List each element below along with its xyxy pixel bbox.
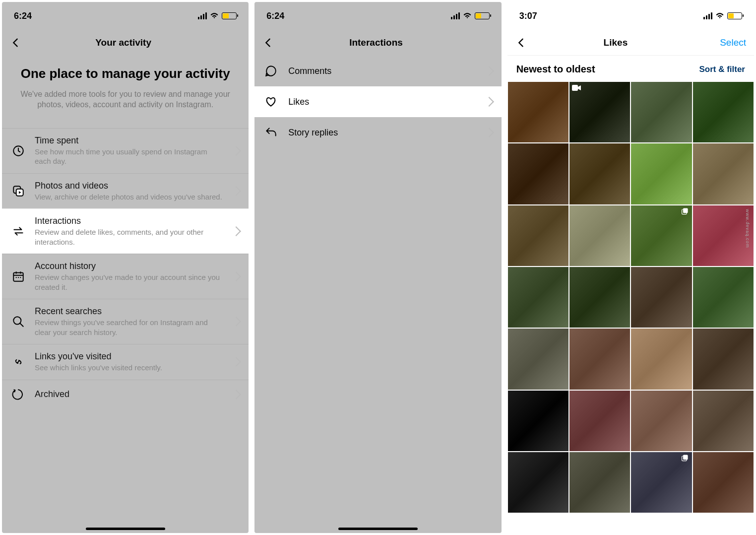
interaction-row-reply[interactable]: Story replies xyxy=(254,117,501,148)
liked-post-thumbnail[interactable] xyxy=(508,267,568,328)
interaction-row-heart[interactable]: Likes xyxy=(254,86,501,117)
row-text: Recent searches Review things you've sea… xyxy=(35,306,224,337)
liked-post-thumbnail[interactable] xyxy=(693,143,754,204)
swap-icon xyxy=(11,224,26,239)
sort-filter-button[interactable]: Sort & filter xyxy=(699,65,745,74)
interaction-row-comment[interactable]: Comments xyxy=(254,56,501,86)
liked-post-thumbnail[interactable] xyxy=(508,205,568,266)
liked-post-thumbnail[interactable] xyxy=(631,267,692,328)
liked-post-thumbnail[interactable] xyxy=(569,452,630,513)
activity-row-search[interactable]: Recent searches Review things you've sea… xyxy=(2,299,249,344)
liked-post-thumbnail[interactable] xyxy=(631,143,692,204)
activity-row-media[interactable]: Photos and videos View, archive or delet… xyxy=(2,173,249,209)
chevron-right-icon xyxy=(231,390,241,400)
liked-post-thumbnail[interactable] xyxy=(631,205,692,266)
activity-row-clock[interactable]: Time spent See how much time you usually… xyxy=(2,128,249,173)
liked-post-thumbnail[interactable] xyxy=(508,452,568,513)
comment-icon xyxy=(263,64,278,78)
status-indicators xyxy=(198,12,237,19)
home-indicator xyxy=(338,528,418,530)
status-time: 3:07 xyxy=(519,11,537,21)
row-title: Interactions xyxy=(35,216,224,226)
nav-title: Interactions xyxy=(258,37,493,48)
svg-rect-11 xyxy=(683,455,688,460)
chevron-right-icon xyxy=(231,317,241,327)
liked-post-thumbnail[interactable] xyxy=(508,391,568,451)
liked-post-thumbnail[interactable] xyxy=(508,82,568,142)
panel-interactions: 6:24 Interactions Comments Likes Story r… xyxy=(254,2,501,533)
liked-post-thumbnail[interactable] xyxy=(693,267,754,328)
liked-post-thumbnail[interactable] xyxy=(631,452,692,513)
liked-post-thumbnail[interactable] xyxy=(693,452,754,513)
status-indicators xyxy=(451,12,490,19)
row-title: Photos and videos xyxy=(35,181,224,191)
liked-post-thumbnail[interactable] xyxy=(569,82,630,142)
heart-icon xyxy=(263,94,278,109)
chevron-right-icon xyxy=(231,271,241,281)
panel-likes: 3:07 Likes Select Newest to oldest Sort … xyxy=(507,2,754,533)
nav-title: Likes xyxy=(511,37,720,48)
activity-list: Time spent See how much time you usually… xyxy=(2,128,249,409)
row-title: Links you've visited xyxy=(35,351,224,362)
activity-row-link[interactable]: Links you've visited See which links you… xyxy=(2,344,249,380)
chevron-right-icon xyxy=(231,226,241,236)
row-text: Links you've visited See which links you… xyxy=(35,351,224,373)
row-text: Archived xyxy=(35,389,224,400)
liked-post-thumbnail[interactable] xyxy=(631,391,692,451)
row-subtitle: Review changes you've made to your accou… xyxy=(35,272,224,292)
signal-icon xyxy=(703,12,712,19)
liked-post-thumbnail[interactable] xyxy=(569,391,630,451)
sort-bar: Newest to oldest Sort & filter xyxy=(507,56,754,82)
liked-post-thumbnail[interactable] xyxy=(508,329,568,389)
liked-post-thumbnail[interactable] xyxy=(508,143,568,204)
liked-post-thumbnail[interactable] xyxy=(693,82,754,142)
chevron-right-icon xyxy=(484,128,494,137)
activity-row-calendar[interactable]: Account history Review changes you've ma… xyxy=(2,254,249,299)
row-title: Recent searches xyxy=(35,306,224,317)
nav-bar: Your activity xyxy=(2,30,249,56)
nav-bar: Interactions xyxy=(254,30,501,56)
hero-title: One place to manage your activity xyxy=(13,66,238,82)
watermark: www.devaq.com xyxy=(745,209,750,248)
status-indicators xyxy=(703,12,742,19)
home-indicator xyxy=(86,528,165,530)
row-text: Time spent See how much time you usually… xyxy=(35,135,224,166)
row-title: Archived xyxy=(35,389,224,400)
row-subtitle: Review and delete likes, comments, and y… xyxy=(35,227,224,247)
hero: One place to manage your activity We've … xyxy=(2,56,249,128)
row-subtitle: Review things you've searched for on Ins… xyxy=(35,318,224,337)
liked-post-thumbnail[interactable] xyxy=(631,329,692,389)
liked-post-thumbnail[interactable] xyxy=(569,329,630,389)
select-button[interactable]: Select xyxy=(720,37,746,48)
row-text: Account history Review changes you've ma… xyxy=(35,261,224,292)
activity-row-swap[interactable]: Interactions Review and delete likes, co… xyxy=(2,208,249,254)
carousel-badge-icon xyxy=(680,207,690,215)
liked-post-thumbnail[interactable] xyxy=(631,82,692,142)
liked-post-thumbnail[interactable] xyxy=(693,329,754,389)
liked-post-thumbnail[interactable] xyxy=(569,205,630,266)
chevron-right-icon xyxy=(231,357,241,367)
wifi-icon xyxy=(463,12,472,19)
likes-grid xyxy=(507,82,754,513)
liked-post-thumbnail[interactable] xyxy=(569,267,630,328)
interactions-list: Comments Likes Story replies xyxy=(254,56,501,148)
signal-icon xyxy=(198,12,207,19)
calendar-icon xyxy=(11,269,26,284)
row-label: Comments xyxy=(288,66,475,76)
signal-icon xyxy=(451,12,460,19)
row-label: Story replies xyxy=(288,128,475,138)
row-label: Likes xyxy=(288,97,475,107)
svg-point-4 xyxy=(16,277,17,278)
activity-row-archive[interactable]: Archived xyxy=(2,380,249,409)
svg-point-6 xyxy=(20,277,21,278)
row-subtitle: View, archive or delete photos and video… xyxy=(35,192,224,202)
carousel-badge-icon xyxy=(680,454,690,462)
chevron-right-icon xyxy=(231,146,241,156)
chevron-right-icon xyxy=(231,186,241,196)
row-text: Interactions Review and delete likes, co… xyxy=(35,216,224,247)
liked-post-thumbnail[interactable] xyxy=(569,143,630,204)
liked-post-thumbnail[interactable] xyxy=(693,391,754,451)
panel-your-activity: 6:24 Your activity One place to manage y… xyxy=(2,2,249,533)
hero-subtitle: We've added more tools for you to review… xyxy=(13,89,238,110)
clock-icon xyxy=(11,143,26,158)
